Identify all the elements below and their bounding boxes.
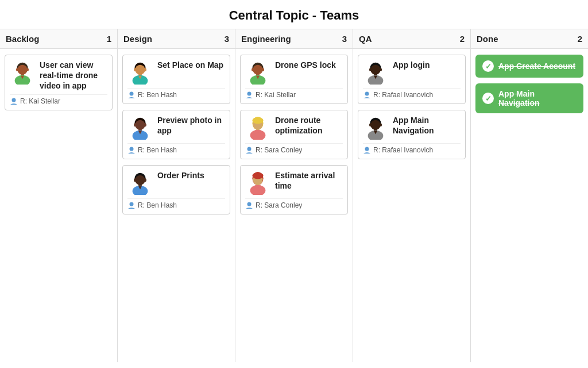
card-card-eng-3[interactable]: Estimate arrival time R: Sara Conley	[240, 165, 348, 214]
column-title-done: Done	[477, 34, 498, 44]
column-header-done: Done2	[471, 29, 588, 49]
column-backlog: Backlog1 User can view real-time drone v…	[0, 29, 118, 362]
svg-point-16	[134, 123, 137, 126]
svg-point-3	[26, 68, 29, 71]
avatar	[127, 115, 153, 140]
card-top: User can view real-time drone video in a…	[10, 60, 107, 91]
svg-point-8	[135, 65, 145, 75]
svg-point-6	[12, 98, 16, 102]
svg-point-2	[16, 68, 19, 71]
column-header-design: Design3	[118, 29, 235, 49]
column-qa: QA2 App login R: Rafael Ivanovich	[353, 29, 471, 362]
column-done: Done2App Create AccountApp Main Navigati…	[471, 29, 588, 362]
card-title: Drone GPS lock	[275, 60, 343, 70]
done-card-title: App Main Navigation	[498, 89, 577, 108]
card-title: Order Prints	[157, 170, 225, 181]
column-title-qa: QA	[359, 34, 372, 44]
done-card-title: App Create Account	[498, 62, 575, 71]
svg-point-10	[144, 68, 146, 71]
avatar	[245, 115, 270, 140]
svg-point-37	[252, 117, 263, 124]
svg-point-15	[135, 120, 145, 130]
card-card-design-3[interactable]: Order Prints R: Ben Hash	[122, 165, 230, 214]
card-card-qa-2[interactable]: App Main Navigation R: Rafael Ivanovich	[358, 110, 466, 159]
svg-point-40	[247, 147, 252, 151]
svg-point-22	[135, 175, 145, 185]
card-assignee: R: Rafael Ivanovich	[363, 143, 461, 154]
card-card-done-2[interactable]: App Main Navigation	[475, 83, 583, 113]
card-title: Preview photo in app	[157, 115, 225, 136]
column-count-design: 3	[225, 34, 229, 44]
svg-point-17	[144, 123, 146, 126]
avatar	[363, 115, 388, 140]
card-title: Set Place on Map	[157, 60, 225, 70]
svg-point-34	[247, 92, 252, 96]
card-top: Set Place on Map	[127, 60, 225, 85]
svg-point-1	[17, 65, 27, 75]
svg-point-24	[144, 178, 146, 182]
svg-point-60	[365, 147, 369, 151]
svg-point-31	[261, 68, 264, 71]
svg-point-9	[134, 68, 137, 71]
svg-point-48	[370, 65, 380, 75]
page-title: Central Topic - Teams	[0, 0, 588, 29]
svg-point-57	[379, 123, 382, 126]
card-assignee: R: Ben Hash	[127, 88, 225, 99]
avatar	[245, 170, 270, 195]
svg-point-55	[370, 120, 380, 130]
column-count-qa: 2	[460, 34, 465, 44]
card-title: App Main Navigation	[393, 115, 461, 136]
card-card-backlog-1[interactable]: User can view real-time drone video in a…	[5, 55, 113, 110]
card-title: App login	[393, 60, 461, 70]
card-card-eng-1[interactable]: Drone GPS lock R: Kai Stellar	[240, 55, 348, 104]
column-engineering: Engineering3 Drone GPS lock R: Kai Stell…	[235, 29, 353, 362]
card-card-eng-2[interactable]: Drone route optimization R: Sara Conley	[240, 110, 348, 159]
card-top: App Main Navigation	[363, 115, 461, 140]
card-assignee: R: Kai Stellar	[10, 94, 107, 105]
column-title-design: Design	[123, 34, 152, 44]
svg-point-56	[369, 123, 372, 126]
column-count-done: 2	[578, 34, 582, 44]
kanban-board: Backlog1 User can view real-time drone v…	[0, 29, 588, 362]
svg-point-27	[130, 202, 134, 206]
column-header-qa: QA2	[353, 29, 470, 49]
card-card-design-1[interactable]: Set Place on Map R: Ben Hash	[122, 55, 230, 104]
card-top: Drone route optimization	[245, 115, 343, 140]
avatar	[10, 60, 35, 85]
card-top: Drone GPS lock	[245, 60, 343, 85]
card-assignee: R: Sara Conley	[245, 143, 343, 154]
card-card-done-1[interactable]: App Create Account	[475, 55, 583, 78]
column-header-backlog: Backlog1	[0, 29, 117, 49]
card-top: Preview photo in app	[127, 115, 225, 140]
done-check-icon	[482, 60, 494, 72]
card-assignee: R: Rafael Ivanovich	[363, 88, 461, 99]
card-assignee: R: Sara Conley	[245, 198, 343, 209]
column-body-engineering: Drone GPS lock R: Kai Stellar Drone rout…	[235, 49, 353, 220]
column-body-design: Set Place on Map R: Ben Hash Preview pho…	[118, 49, 235, 220]
column-body-qa: App login R: Rafael Ivanovich App Main N…	[353, 49, 470, 165]
card-top: App login	[363, 60, 461, 85]
avatar	[363, 60, 388, 85]
done-check-icon	[482, 93, 494, 104]
column-title-backlog: Backlog	[6, 34, 39, 44]
column-header-engineering: Engineering3	[235, 29, 353, 49]
column-body-backlog: User can view real-time drone video in a…	[0, 49, 117, 116]
avatar	[127, 170, 153, 195]
column-count-engineering: 3	[342, 34, 347, 44]
card-title: Estimate arrival time	[275, 170, 343, 191]
column-count-backlog: 1	[107, 34, 111, 44]
svg-point-53	[365, 92, 369, 96]
svg-point-43	[252, 172, 263, 179]
avatar	[245, 60, 270, 85]
card-title: Drone route optimization	[275, 115, 343, 136]
card-top: Estimate arrival time	[245, 170, 343, 195]
svg-point-29	[253, 65, 262, 75]
column-title-engineering: Engineering	[241, 34, 291, 44]
card-card-qa-1[interactable]: App login R: Rafael Ivanovich	[358, 55, 466, 104]
svg-point-50	[379, 68, 382, 71]
card-card-design-2[interactable]: Preview photo in app R: Ben Hash	[122, 110, 230, 159]
card-assignee: R: Ben Hash	[127, 143, 225, 154]
column-design: Design3 Set Place on Map R: Ben Hash	[118, 29, 235, 362]
svg-point-20	[130, 147, 134, 151]
card-assignee: R: Kai Stellar	[245, 88, 343, 99]
